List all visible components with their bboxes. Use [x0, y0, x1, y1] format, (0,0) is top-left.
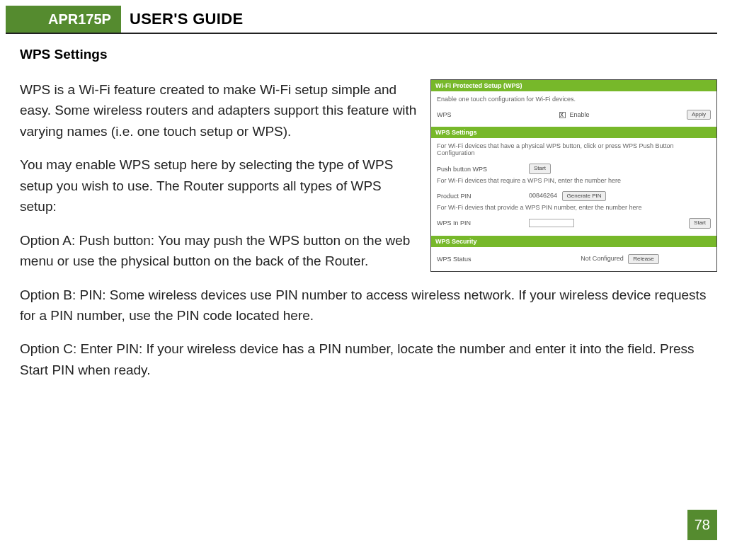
wps-row-label: WPS [437, 111, 529, 118]
product-pin-value: 00846264 [529, 192, 557, 199]
apply-button[interactable]: Apply [687, 110, 711, 120]
panel-header-wps: Wi-Fi Protected Setup (WPS) [431, 80, 716, 91]
paragraph: Option C: Enter PIN: If your wireless de… [20, 338, 717, 380]
panel-header-security: WPS Security [431, 236, 716, 247]
wps-pin-input[interactable] [529, 219, 574, 227]
page-content: WPS Settings Wi-Fi Protected Setup (WPS)… [0, 34, 737, 393]
generate-pin-button[interactable]: Generate PIN [562, 191, 607, 201]
start-button-push[interactable]: Start [529, 164, 551, 173]
wps-config-panel: Wi-Fi Protected Setup (WPS) Enable one t… [430, 79, 717, 272]
product-pin-label: Product PIN [437, 193, 529, 200]
start-button-pin[interactable]: Start [689, 218, 711, 228]
wps-in-pin-label: WPS In PIN [437, 219, 529, 227]
enable-checkbox[interactable] [559, 112, 566, 118]
release-button[interactable]: Release [628, 254, 658, 264]
wps-status-value: Not Configured [581, 255, 624, 262]
enable-label: Enable [569, 111, 589, 118]
page-header: APR175P USER'S GUIDE [6, 6, 717, 34]
panel-note-enable: Enable one touch configuration for Wi-Fi… [437, 96, 711, 103]
paragraph: Option B: PIN: Some wireless devices use… [20, 285, 717, 326]
page-number: 78 [687, 510, 717, 540]
panel-note-pin: For Wi-Fi devices that require a WPS PIN… [437, 177, 711, 184]
panel-note-push: For Wi-Fi devices that have a physical W… [437, 142, 711, 156]
product-badge: APR175P [6, 6, 121, 33]
panel-note-inpin: For Wi-Fi devies that provide a WPS PIN … [437, 204, 711, 211]
wps-status-label: WPS Status [437, 256, 529, 263]
section-title: WPS Settings [20, 47, 717, 62]
guide-title: USER'S GUIDE [121, 6, 251, 33]
push-button-label: Push button WPS [437, 166, 529, 173]
panel-header-settings: WPS Settings [431, 127, 716, 138]
